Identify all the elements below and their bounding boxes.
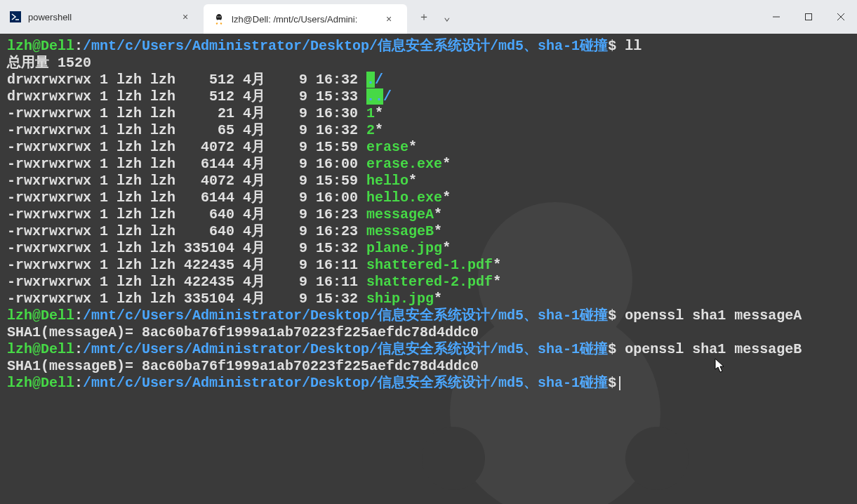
listing-row: drwxrwxrwx 1 lzh lzh 512 4月 9 15:33 ../ — [7, 88, 850, 105]
listing-row: -rwxrwxrwx 1 lzh lzh 65 4月 9 16:32 2* — [7, 122, 850, 139]
listing-row: -rwxrwxrwx 1 lzh lzh 4072 4月 9 15:59 hel… — [7, 173, 850, 190]
listing-row: drwxrwxrwx 1 lzh lzh 512 4月 9 16:32 ./ — [7, 72, 850, 88]
maximize-button[interactable] — [792, 6, 825, 28]
tab-wsl[interactable]: lzh@Dell: /mnt/c/Users/Admini: × — [204, 4, 407, 34]
listing-row: -rwxrwxrwx 1 lzh lzh 21 4月 9 16:30 1* — [7, 105, 850, 122]
close-button[interactable] — [825, 6, 857, 28]
listing-row: -rwxrwxrwx 1 lzh lzh 335104 4月 9 15:32 p… — [7, 240, 850, 257]
svg-rect-6 — [806, 14, 812, 20]
prompt-line: lzh@Dell:/mnt/c/Users/Administrator/Desk… — [7, 307, 850, 324]
terminal-pane[interactable]: lzh@Dell:/mnt/c/Users/Administrator/Desk… — [0, 34, 857, 504]
tab-powershell[interactable]: powershell × — [0, 0, 204, 34]
close-icon[interactable]: × — [380, 13, 397, 25]
output-line: SHA1(messageA)= 8ac60ba76f1999a1ab70223f… — [7, 324, 850, 341]
prompt-line: lzh@Dell:/mnt/c/Users/Administrator/Desk… — [7, 341, 850, 358]
tab-dropdown-button[interactable]: ⌄ — [438, 7, 456, 27]
tab-label: lzh@Dell: /mnt/c/Users/Admini: — [232, 14, 373, 25]
listing-row: -rwxrwxrwx 1 lzh lzh 422435 4月 9 16:11 s… — [7, 274, 850, 291]
listing-row: -rwxrwxrwx 1 lzh lzh 640 4月 9 16:23 mess… — [7, 223, 850, 240]
tab-label: powershell — [28, 12, 170, 22]
close-icon[interactable]: × — [177, 11, 194, 22]
output-line: SHA1(messageB)= 8ac60ba76f1999a1ab70223f… — [7, 358, 850, 375]
prompt-line: lzh@Dell:/mnt/c/Users/Administrator/Desk… — [7, 38, 850, 55]
listing-row: -rwxrwxrwx 1 lzh lzh 640 4月 9 16:23 mess… — [7, 206, 850, 223]
tux-icon — [213, 13, 225, 25]
new-tab-button[interactable]: ＋ — [413, 7, 435, 27]
listing-row: -rwxrwxrwx 1 lzh lzh 335104 4月 9 15:32 s… — [7, 291, 850, 307]
window-controls — [760, 0, 857, 34]
svg-point-4 — [220, 16, 221, 18]
listing-row: -rwxrwxrwx 1 lzh lzh 4072 4月 9 15:59 era… — [7, 139, 850, 156]
cursor — [619, 376, 620, 390]
tab-controls: ＋ ⌄ — [407, 0, 462, 34]
listing-row: -rwxrwxrwx 1 lzh lzh 6144 4月 9 16:00 era… — [7, 156, 850, 173]
listing-row: -rwxrwxrwx 1 lzh lzh 422435 4月 9 16:11 s… — [7, 257, 850, 274]
prompt-line: lzh@Dell:/mnt/c/Users/Administrator/Desk… — [7, 375, 850, 392]
listing-row: -rwxrwxrwx 1 lzh lzh 6144 4月 9 16:00 hel… — [7, 190, 850, 206]
powershell-icon — [10, 11, 21, 22]
minimize-button[interactable] — [760, 6, 792, 28]
svg-point-3 — [218, 16, 219, 18]
titlebar: powershell × lzh@Dell: /mnt/c/Users/Admi… — [0, 0, 857, 34]
output-line: 总用量 1520 — [7, 55, 850, 72]
